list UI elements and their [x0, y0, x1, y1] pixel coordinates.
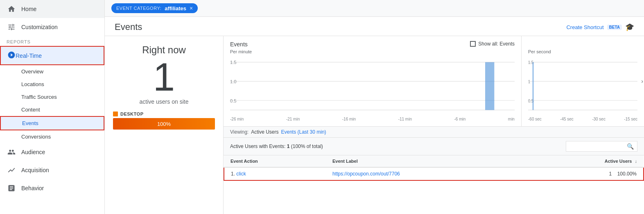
- row-index: 1. click: [224, 167, 326, 180]
- device-percentage: 100%: [157, 121, 171, 127]
- table-header-row-cols: Event Action Event Label Active Users ↓: [224, 155, 644, 167]
- chevron-right-icon[interactable]: ›: [641, 78, 643, 84]
- behavior-label: Behavior: [21, 185, 44, 191]
- x-label-5: min: [508, 117, 515, 121]
- page-header: Events Create Shortcut BETA 🎓: [105, 17, 644, 36]
- viewing-events-link[interactable]: Events (Last 30 min): [281, 129, 326, 135]
- show-all-label: Show all: Events: [478, 41, 515, 47]
- x-label-3: -11 min: [398, 117, 412, 121]
- traffic-sources-label: Traffic Sources: [21, 94, 57, 100]
- sidebar-item-locations[interactable]: Locations: [0, 78, 104, 91]
- col-header-active-users: Active Users ↓: [529, 155, 644, 167]
- event-action-val[interactable]: click: [236, 171, 246, 177]
- audience-icon: [7, 147, 16, 157]
- conversions-label: Conversions: [21, 134, 51, 140]
- sidebar-item-acquisition[interactable]: Acquisition: [0, 161, 104, 179]
- device-bar: 100%: [113, 118, 215, 130]
- sidebar-item-traffic-sources[interactable]: Traffic Sources: [0, 91, 104, 103]
- main-content: EVENT CATEGORY: affiliates × Events Crea…: [105, 0, 644, 214]
- behavior-icon: [7, 183, 16, 193]
- x-label-1: -21 min: [286, 117, 300, 121]
- active-users-summary: Active Users with Events: 1 (100% of tot…: [230, 143, 323, 149]
- search-icon[interactable]: 🔍: [627, 143, 634, 150]
- per-minute-chart-section: Events Show all: Events Per minute: [224, 36, 521, 126]
- home-icon: [7, 4, 16, 14]
- svg-text:0.5: 0.5: [230, 98, 237, 103]
- summary-percent: (100% of total): [291, 143, 323, 149]
- sidebar-item-customization[interactable]: Customization: [0, 18, 104, 36]
- content-area: Right now 1 active users on site DESKTOP…: [105, 36, 644, 214]
- per-second-x-labels: -60 sec -45 sec -30 sec -15 sec: [528, 117, 637, 121]
- per-second-svg: 1.5 1 0.5: [528, 57, 637, 115]
- summary-prefix: Active Users with Events:: [230, 143, 285, 149]
- create-shortcut-link[interactable]: Create Shortcut: [566, 24, 603, 30]
- device-name: DESKTOP: [120, 112, 143, 116]
- x-label-0: -26 min: [230, 117, 244, 121]
- search-box[interactable]: 🔍: [566, 141, 637, 152]
- x-sec-label-1: -45 sec: [560, 117, 574, 121]
- svg-text:1.5: 1.5: [230, 60, 237, 65]
- filter-bar: EVENT CATEGORY: affiliates ×: [105, 0, 644, 17]
- acquisition-icon: [7, 165, 16, 175]
- device-label-row: DESKTOP: [113, 112, 215, 116]
- charts-row: Events Show all: Events Per minute: [224, 36, 644, 127]
- locations-label: Locations: [21, 81, 44, 87]
- viewing-row: Viewing: Active Users Events (Last 30 mi…: [224, 127, 644, 138]
- home-label: Home: [21, 6, 36, 12]
- device-bar-container: 100%: [113, 118, 215, 130]
- right-panel: Events Show all: Events Per minute: [224, 36, 644, 214]
- acquisition-label: Acquisition: [21, 167, 49, 173]
- active-count: 1: [153, 57, 175, 97]
- filter-chip: EVENT CATEGORY: affiliates ×: [111, 3, 198, 13]
- active-users-label: active users on site: [140, 98, 189, 105]
- sidebar-item-behavior[interactable]: Behavior: [0, 179, 104, 197]
- x-sec-label-0: -60 sec: [528, 117, 542, 121]
- sidebar-item-realtime[interactable]: Real-Time: [0, 46, 104, 65]
- x-label-4: -6 min: [454, 117, 466, 121]
- mortarboard-icon: 🎓: [625, 23, 634, 32]
- events-label: Events: [22, 120, 38, 126]
- sidebar-item-home[interactable]: Home: [0, 0, 104, 18]
- realtime-icon: [7, 51, 16, 60]
- svg-rect-40: [532, 62, 534, 110]
- per-second-subtitle: Per second: [528, 49, 637, 54]
- customization-icon: [7, 22, 16, 32]
- sidebar-item-conversions[interactable]: Conversions: [0, 130, 104, 143]
- svg-rect-31: [485, 62, 494, 110]
- realtime-label: Real-Time: [16, 52, 42, 59]
- viewing-label: Viewing:: [230, 129, 249, 135]
- device-section: DESKTOP 100%: [113, 112, 215, 130]
- filter-chip-value: affiliates: [165, 5, 186, 11]
- show-all-checkbox[interactable]: [470, 41, 476, 47]
- reports-section-label: REPORTS: [0, 36, 104, 46]
- sidebar: Home Customization REPORTS Real-Time Ove…: [0, 0, 105, 214]
- show-all-row: Show all: Events: [470, 41, 515, 47]
- col-header-event-action: Event Action: [224, 155, 326, 167]
- search-input[interactable]: [569, 143, 627, 149]
- sidebar-item-audience[interactable]: Audience: [0, 143, 104, 161]
- chart-title-row: Events Show all: Events: [230, 41, 515, 48]
- table-row: 1. click https://opcoupon.com/out/7706 1…: [224, 167, 644, 180]
- filter-chip-category: EVENT CATEGORY:: [116, 6, 161, 11]
- right-now-label: Right now: [142, 44, 186, 56]
- content-label: Content: [21, 107, 40, 113]
- page-title: Events: [115, 22, 142, 32]
- device-dot: [113, 112, 118, 116]
- chart-main-title: Events: [230, 41, 248, 48]
- sidebar-item-content[interactable]: Content: [0, 103, 104, 116]
- svg-text:1.0: 1.0: [230, 79, 237, 84]
- row-event-label[interactable]: https://opcoupon.com/out/7706: [326, 167, 529, 180]
- sidebar-item-overview[interactable]: Overview: [0, 65, 104, 78]
- row-active-users: 1 100.00%: [529, 167, 644, 180]
- table-area: Active Users with Events: 1 (100% of tot…: [224, 138, 644, 214]
- row-users-count: 1: [609, 171, 612, 177]
- per-minute-chart-area: 1.5 1.0 0.5: [230, 57, 515, 121]
- per-second-chart-area: 1.5 1 0.5 -60 sec -45 sec -30 sec -15 se…: [528, 57, 637, 121]
- data-table: Event Action Event Label Active Users ↓: [224, 155, 644, 181]
- per-minute-x-labels: -26 min -21 min -16 min -11 min -6 min m…: [230, 117, 515, 121]
- summary-count: 1: [287, 143, 290, 149]
- sidebar-item-events[interactable]: Events: [0, 116, 104, 130]
- x-label-2: -16 min: [342, 117, 356, 121]
- overview-label: Overview: [21, 68, 43, 75]
- filter-chip-close[interactable]: ×: [190, 5, 193, 11]
